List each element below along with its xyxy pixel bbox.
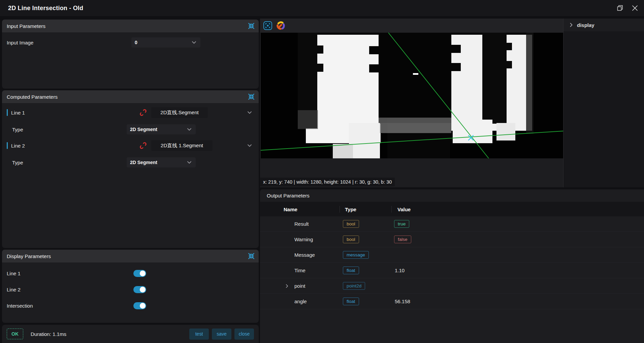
expand-chevron-icon[interactable] [284, 283, 290, 289]
row-accent-bar [7, 142, 8, 149]
line1-type-value: 2D Segment [130, 127, 186, 132]
chevron-down-icon[interactable] [247, 110, 253, 116]
value-badge: false [394, 236, 411, 243]
display-panel-header[interactable]: display [564, 19, 644, 31]
row-name: angle [294, 299, 307, 304]
image-viewer-panel: x: 219, y: 740 | width: 1280, height: 10… [260, 19, 644, 187]
collapse-icon[interactable] [247, 22, 255, 30]
value-text: 56.158 [395, 299, 410, 304]
input-image-value: 0 [135, 40, 191, 45]
close-icon [632, 5, 638, 11]
row-name: Result [294, 221, 309, 227]
table-row-time: Time float 1.10 [260, 263, 644, 278]
line2-type-value: 2D Segment [130, 160, 186, 165]
computed-parameters-section: Computed Parameters Line 1 2D直线.Segment … [2, 90, 259, 248]
column-name: Name [284, 207, 297, 212]
table-row-message: Message message [260, 247, 644, 263]
chevron-right-icon [568, 22, 574, 28]
row-name: Message [294, 252, 315, 258]
type-badge: message [343, 251, 369, 259]
type-badge: bool [343, 236, 359, 243]
type-badge: float [343, 267, 359, 274]
line2-link-value[interactable]: 2D直线 1.Segment [151, 140, 213, 151]
column-divider [391, 206, 392, 213]
value-text: 1.10 [395, 268, 405, 273]
save-button[interactable]: save [212, 329, 231, 340]
chevron-down-icon[interactable] [247, 143, 253, 149]
output-parameters-header: Output Parameters [260, 189, 644, 202]
line1-type-select[interactable]: 2D Segment [127, 124, 196, 134]
status-badge: OK [7, 329, 23, 339]
focus-region-icon [263, 21, 272, 30]
line1-label: Line 1 [11, 110, 140, 116]
section-title: Computed Parameters [7, 94, 247, 100]
window-title: 2D Line Intersection - Old [8, 5, 83, 12]
display-side-panel: display [563, 19, 644, 187]
table-row-result: Result bool true [260, 216, 644, 232]
display-panel-label: display [577, 22, 594, 28]
toggle-line1-label: Line 1 [7, 271, 133, 276]
input-parameters-header: Input Parameters [2, 20, 259, 32]
table-row-angle: angle float 56.158 [260, 294, 644, 309]
toggle-intersection[interactable] [133, 302, 146, 309]
chevron-down-icon [191, 39, 197, 45]
toggle-line2-label: Line 2 [7, 287, 133, 292]
collapse-icon[interactable] [247, 93, 255, 101]
table-row-warning: Warning bool false [260, 232, 644, 247]
row-name: Time [294, 268, 305, 273]
computed-parameters-header: Computed Parameters [2, 90, 259, 103]
output-table-header: Name Type Value [260, 202, 644, 216]
test-button[interactable]: test [189, 329, 209, 340]
color-palette-icon [276, 21, 285, 30]
column-type: Type [345, 207, 356, 212]
row-name: point [294, 283, 305, 289]
chevron-down-icon [186, 159, 192, 165]
close-button[interactable]: close [234, 329, 254, 340]
column-divider [340, 206, 340, 213]
row-accent-bar [7, 109, 8, 116]
camera-image[interactable] [261, 33, 584, 158]
column-value: Value [397, 207, 411, 212]
type-badge: point2d [343, 282, 365, 290]
display-parameters-section: Display Parameters Line 1 Line 2 Interse… [2, 250, 259, 323]
pixel-status-text: x: 219, y: 740 | width: 1280, height: 10… [263, 179, 392, 185]
color-palette-button[interactable] [276, 21, 286, 31]
toggle-line1[interactable] [133, 270, 146, 277]
toggle-line2[interactable] [133, 286, 146, 293]
title-bar: 2D Line Intersection - Old [0, 0, 644, 16]
duration-text: Duration: 1.1ms [31, 331, 186, 337]
input-image-label: Input Image [7, 40, 131, 45]
row-name: Warning [294, 237, 313, 242]
value-badge: true [394, 220, 409, 228]
display-parameters-header: Display Parameters [2, 250, 259, 262]
chevron-down-icon [186, 126, 192, 132]
unlink-icon[interactable] [140, 142, 147, 149]
type-badge: float [343, 298, 359, 305]
section-title: Input Parameters [7, 23, 247, 29]
toggle-intersection-label: Intersection [7, 303, 133, 309]
table-row-point: point point2d [260, 278, 644, 294]
line1-link-value[interactable]: 2D直线.Segment [151, 107, 208, 118]
section-title: Display Parameters [7, 253, 247, 259]
output-parameters-section: Output Parameters Name Type Value Result… [260, 189, 644, 343]
section-title: Output Parameters [267, 193, 641, 198]
dialog-footer: OK Duration: 1.1ms test save close [2, 325, 259, 343]
restore-icon [617, 5, 623, 11]
line1-link-text: 2D直线.Segment [160, 110, 198, 116]
pixel-status-bar: x: 219, y: 740 | width: 1280, height: 10… [260, 178, 395, 186]
line2-type-select[interactable]: 2D Segment [127, 157, 196, 167]
focus-region-button[interactable] [263, 21, 273, 31]
close-window-button[interactable] [631, 4, 639, 12]
type-badge: bool [343, 220, 359, 228]
collapse-icon[interactable] [247, 252, 255, 260]
input-image-select[interactable]: 0 [131, 37, 200, 48]
unlink-icon[interactable] [140, 109, 147, 116]
input-parameters-section: Input Parameters Input Image 0 [2, 20, 259, 89]
restore-window-button[interactable] [616, 4, 624, 12]
line2-type-label: Type [7, 160, 127, 165]
line2-link-text: 2D直线 1.Segment [161, 143, 203, 149]
line1-type-label: Type [7, 127, 127, 132]
line2-label: Line 2 [11, 143, 140, 149]
